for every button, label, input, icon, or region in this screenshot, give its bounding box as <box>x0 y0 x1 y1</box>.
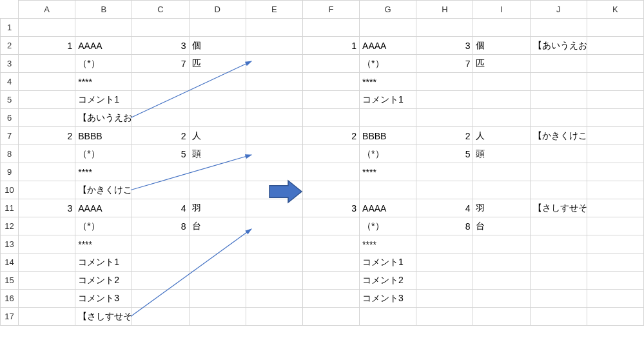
cell-F5[interactable] <box>302 91 359 109</box>
col-header[interactable]: C <box>132 1 189 19</box>
row-header[interactable]: 9 <box>1 163 19 181</box>
cell-B6[interactable]: 【あいうえお】 <box>75 109 132 127</box>
col-header[interactable]: B <box>75 1 132 19</box>
cell-F17[interactable] <box>302 308 359 326</box>
cell-B3[interactable]: （*） <box>75 55 132 73</box>
cell-B14[interactable]: コメント1 <box>75 254 132 272</box>
cell-J10[interactable] <box>530 181 587 199</box>
cell-G5[interactable]: コメント1 <box>360 91 416 109</box>
row-header[interactable]: 4 <box>1 73 19 91</box>
cell-J5[interactable] <box>530 91 587 109</box>
cell-I8[interactable]: 頭 <box>473 145 530 163</box>
cell-G13[interactable]: **** <box>360 235 416 254</box>
cell-I10[interactable] <box>473 181 530 199</box>
col-header[interactable]: I <box>473 1 530 19</box>
cell-H13[interactable] <box>416 235 473 254</box>
cell-E17[interactable] <box>246 308 302 326</box>
cell-E14[interactable] <box>246 254 302 272</box>
cell-A13[interactable] <box>19 235 75 254</box>
row-header[interactable]: 2 <box>1 37 19 55</box>
cell-D12[interactable]: 台 <box>189 217 246 235</box>
cell-C6[interactable] <box>132 109 189 127</box>
cell-E10[interactable] <box>246 181 302 199</box>
cell-E12[interactable] <box>246 217 302 235</box>
cell-E1[interactable] <box>246 19 302 37</box>
cell-D3[interactable]: 匹 <box>189 55 246 73</box>
cell-B11[interactable]: AAAA <box>75 199 132 217</box>
cell-E7[interactable] <box>246 127 302 145</box>
cell-B4[interactable]: **** <box>75 73 132 91</box>
cell-F2[interactable]: 1 <box>302 37 359 55</box>
cell-J1[interactable] <box>530 19 587 37</box>
cell-D8[interactable]: 頭 <box>189 145 246 163</box>
cell-I3[interactable]: 匹 <box>473 55 530 73</box>
cell-F14[interactable] <box>302 254 359 272</box>
grid[interactable]: A B C D E F G H I J K 121AAAA3個1AAAA3個【あ… <box>0 0 644 326</box>
cell-J2[interactable]: 【あいうえお】 <box>530 37 587 55</box>
col-header[interactable]: E <box>246 1 302 19</box>
cell-B10[interactable]: 【かきくけこ】 <box>75 181 132 199</box>
cell-K4[interactable] <box>587 73 643 91</box>
cell-C14[interactable] <box>132 254 189 272</box>
cell-C15[interactable] <box>132 272 189 290</box>
cell-K13[interactable] <box>587 235 643 254</box>
cell-A15[interactable] <box>19 272 75 290</box>
cell-C12[interactable]: 8 <box>132 217 189 235</box>
cell-G3[interactable]: （*） <box>360 55 416 73</box>
col-header[interactable]: F <box>302 1 359 19</box>
cell-D13[interactable] <box>189 235 246 254</box>
cell-J6[interactable] <box>530 109 587 127</box>
cell-E6[interactable] <box>246 109 302 127</box>
cell-H5[interactable] <box>416 91 473 109</box>
cell-H14[interactable] <box>416 254 473 272</box>
cell-F13[interactable] <box>302 235 359 254</box>
cell-A1[interactable] <box>19 19 75 37</box>
cell-D4[interactable] <box>189 73 246 91</box>
cell-J15[interactable] <box>530 272 587 290</box>
cell-C2[interactable]: 3 <box>132 37 189 55</box>
cell-E5[interactable] <box>246 91 302 109</box>
cell-H4[interactable] <box>416 73 473 91</box>
cell-J7[interactable]: 【かきくけこ】 <box>530 127 587 145</box>
cell-C17[interactable] <box>132 308 189 326</box>
cell-J4[interactable] <box>530 73 587 91</box>
cell-B1[interactable] <box>75 19 132 37</box>
cell-E2[interactable] <box>246 37 302 55</box>
cell-A9[interactable] <box>19 163 75 181</box>
cell-K2[interactable] <box>587 37 643 55</box>
cell-F7[interactable]: 2 <box>302 127 359 145</box>
cell-C13[interactable] <box>132 235 189 254</box>
col-header[interactable]: D <box>189 1 246 19</box>
row-header[interactable]: 10 <box>1 181 19 199</box>
cell-B5[interactable]: コメント1 <box>75 91 132 109</box>
cell-G6[interactable] <box>360 109 416 127</box>
row-header[interactable]: 6 <box>1 109 19 127</box>
cell-D17[interactable] <box>189 308 246 326</box>
cell-D9[interactable] <box>189 163 246 181</box>
cell-D16[interactable] <box>189 290 246 308</box>
cell-H12[interactable]: 8 <box>416 217 473 235</box>
cell-A5[interactable] <box>19 91 75 109</box>
cell-G15[interactable]: コメント2 <box>360 272 416 290</box>
cell-F16[interactable] <box>302 290 359 308</box>
cell-C9[interactable] <box>132 163 189 181</box>
cell-F9[interactable] <box>302 163 359 181</box>
cell-G11[interactable]: AAAA <box>360 199 416 217</box>
col-header[interactable]: H <box>416 1 473 19</box>
cell-A17[interactable] <box>19 308 75 326</box>
col-header[interactable]: K <box>587 1 643 19</box>
cell-J17[interactable] <box>530 308 587 326</box>
cell-H15[interactable] <box>416 272 473 290</box>
cell-K3[interactable] <box>587 55 643 73</box>
cell-B16[interactable]: コメント3 <box>75 290 132 308</box>
cell-G12[interactable]: （*） <box>360 217 416 235</box>
cell-F1[interactable] <box>302 19 359 37</box>
cell-C4[interactable] <box>132 73 189 91</box>
cell-B17[interactable]: 【さしすせそ】 <box>75 308 132 326</box>
row-header[interactable]: 12 <box>1 217 19 235</box>
row-header[interactable]: 8 <box>1 145 19 163</box>
cell-F10[interactable] <box>302 181 359 199</box>
cell-K5[interactable] <box>587 91 643 109</box>
cell-D14[interactable] <box>189 254 246 272</box>
cell-F15[interactable] <box>302 272 359 290</box>
